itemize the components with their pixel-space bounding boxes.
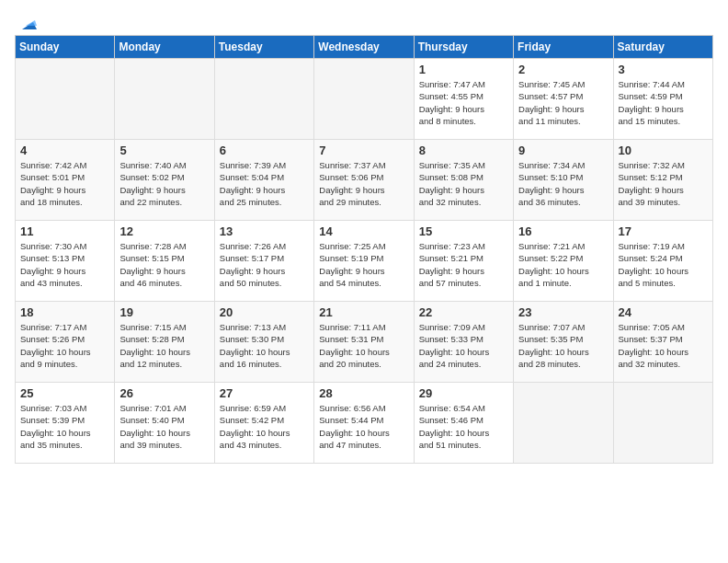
day-cell: 17Sunrise: 7:19 AM Sunset: 5:24 PM Dayli… <box>613 221 712 302</box>
day-cell <box>613 383 712 464</box>
day-info: Sunrise: 7:17 AM Sunset: 5:26 PM Dayligh… <box>20 321 109 370</box>
day-info: Sunrise: 7:44 AM Sunset: 4:59 PM Dayligh… <box>619 78 708 127</box>
header-cell-thursday: Thursday <box>414 36 513 59</box>
day-cell: 26Sunrise: 7:01 AM Sunset: 5:40 PM Dayli… <box>115 383 214 464</box>
day-number: 2 <box>518 63 608 76</box>
day-cell: 5Sunrise: 7:40 AM Sunset: 5:02 PM Daylig… <box>115 140 214 221</box>
header <box>15 15 713 28</box>
day-info: Sunrise: 7:07 AM Sunset: 5:35 PM Dayligh… <box>518 321 608 370</box>
day-info: Sunrise: 7:03 AM Sunset: 5:39 PM Dayligh… <box>20 402 109 451</box>
day-number: 29 <box>419 386 508 400</box>
day-info: Sunrise: 7:09 AM Sunset: 5:33 PM Dayligh… <box>419 321 508 370</box>
day-cell: 6Sunrise: 7:39 AM Sunset: 5:04 PM Daylig… <box>214 140 313 221</box>
day-number: 22 <box>419 305 508 319</box>
day-info: Sunrise: 7:45 AM Sunset: 4:57 PM Dayligh… <box>518 78 608 127</box>
day-info: Sunrise: 7:23 AM Sunset: 5:21 PM Dayligh… <box>419 240 508 289</box>
day-number: 1 <box>419 63 508 76</box>
day-info: Sunrise: 6:54 AM Sunset: 5:46 PM Dayligh… <box>419 402 508 451</box>
day-number: 13 <box>220 224 309 238</box>
day-cell: 27Sunrise: 6:59 AM Sunset: 5:42 PM Dayli… <box>214 383 313 464</box>
day-info: Sunrise: 7:13 AM Sunset: 5:30 PM Dayligh… <box>220 321 309 370</box>
day-cell: 7Sunrise: 7:37 AM Sunset: 5:06 PM Daylig… <box>314 140 414 221</box>
day-number: 26 <box>119 386 209 400</box>
day-info: Sunrise: 7:15 AM Sunset: 5:28 PM Dayligh… <box>119 321 209 370</box>
day-number: 23 <box>518 305 608 319</box>
day-cell <box>214 59 313 140</box>
week-row-0: 1Sunrise: 7:47 AM Sunset: 4:55 PM Daylig… <box>16 59 713 140</box>
day-cell: 21Sunrise: 7:11 AM Sunset: 5:31 PM Dayli… <box>314 302 414 383</box>
week-row-2: 11Sunrise: 7:30 AM Sunset: 5:13 PM Dayli… <box>16 221 713 302</box>
day-cell <box>314 59 414 140</box>
day-number: 28 <box>319 386 408 400</box>
day-number: 15 <box>419 224 508 238</box>
svg-marker-1 <box>26 20 37 26</box>
day-cell: 4Sunrise: 7:42 AM Sunset: 5:01 PM Daylig… <box>16 140 115 221</box>
day-info: Sunrise: 7:39 AM Sunset: 5:04 PM Dayligh… <box>220 159 309 208</box>
day-info: Sunrise: 7:34 AM Sunset: 5:10 PM Dayligh… <box>518 159 608 208</box>
day-number: 7 <box>319 144 408 157</box>
logo <box>15 15 37 28</box>
day-info: Sunrise: 7:37 AM Sunset: 5:06 PM Dayligh… <box>319 159 408 208</box>
day-info: Sunrise: 7:32 AM Sunset: 5:12 PM Dayligh… <box>619 159 708 208</box>
week-row-1: 4Sunrise: 7:42 AM Sunset: 5:01 PM Daylig… <box>16 140 713 221</box>
day-number: 11 <box>20 224 109 238</box>
day-cell: 16Sunrise: 7:21 AM Sunset: 5:22 PM Dayli… <box>514 221 613 302</box>
day-cell: 18Sunrise: 7:17 AM Sunset: 5:26 PM Dayli… <box>16 302 115 383</box>
day-cell: 12Sunrise: 7:28 AM Sunset: 5:15 PM Dayli… <box>115 221 214 302</box>
day-cell: 29Sunrise: 6:54 AM Sunset: 5:46 PM Dayli… <box>414 383 513 464</box>
day-info: Sunrise: 7:47 AM Sunset: 4:55 PM Dayligh… <box>419 78 508 127</box>
day-number: 25 <box>20 386 109 400</box>
day-cell: 28Sunrise: 6:56 AM Sunset: 5:44 PM Dayli… <box>314 383 414 464</box>
day-cell: 2Sunrise: 7:45 AM Sunset: 4:57 PM Daylig… <box>514 59 613 140</box>
day-cell: 3Sunrise: 7:44 AM Sunset: 4:59 PM Daylig… <box>613 59 712 140</box>
day-info: Sunrise: 7:25 AM Sunset: 5:19 PM Dayligh… <box>319 240 408 289</box>
header-cell-tuesday: Tuesday <box>214 36 313 59</box>
day-info: Sunrise: 7:26 AM Sunset: 5:17 PM Dayligh… <box>220 240 309 289</box>
day-number: 6 <box>220 144 309 157</box>
day-cell: 1Sunrise: 7:47 AM Sunset: 4:55 PM Daylig… <box>414 59 513 140</box>
header-cell-friday: Friday <box>514 36 613 59</box>
logo-icon <box>17 13 37 33</box>
day-number: 12 <box>119 224 209 238</box>
day-info: Sunrise: 7:11 AM Sunset: 5:31 PM Dayligh… <box>319 321 408 370</box>
week-row-4: 25Sunrise: 7:03 AM Sunset: 5:39 PM Dayli… <box>16 383 713 464</box>
day-number: 10 <box>619 144 708 157</box>
week-row-3: 18Sunrise: 7:17 AM Sunset: 5:26 PM Dayli… <box>16 302 713 383</box>
day-number: 17 <box>619 224 708 238</box>
day-info: Sunrise: 7:42 AM Sunset: 5:01 PM Dayligh… <box>20 159 109 208</box>
header-row: SundayMondayTuesdayWednesdayThursdayFrid… <box>16 36 713 59</box>
header-cell-monday: Monday <box>115 36 214 59</box>
day-info: Sunrise: 7:21 AM Sunset: 5:22 PM Dayligh… <box>518 240 608 289</box>
day-number: 18 <box>20 305 109 319</box>
day-cell: 25Sunrise: 7:03 AM Sunset: 5:39 PM Dayli… <box>16 383 115 464</box>
day-cell: 11Sunrise: 7:30 AM Sunset: 5:13 PM Dayli… <box>16 221 115 302</box>
day-cell <box>514 383 613 464</box>
day-number: 27 <box>220 386 309 400</box>
day-info: Sunrise: 6:59 AM Sunset: 5:42 PM Dayligh… <box>220 402 309 451</box>
header-cell-saturday: Saturday <box>613 36 712 59</box>
day-info: Sunrise: 6:56 AM Sunset: 5:44 PM Dayligh… <box>319 402 408 451</box>
day-number: 4 <box>20 144 109 157</box>
day-number: 5 <box>119 144 209 157</box>
day-cell: 13Sunrise: 7:26 AM Sunset: 5:17 PM Dayli… <box>214 221 313 302</box>
day-cell: 24Sunrise: 7:05 AM Sunset: 5:37 PM Dayli… <box>613 302 712 383</box>
day-cell: 10Sunrise: 7:32 AM Sunset: 5:12 PM Dayli… <box>613 140 712 221</box>
day-number: 20 <box>220 305 309 319</box>
header-cell-sunday: Sunday <box>16 36 115 59</box>
day-cell: 8Sunrise: 7:35 AM Sunset: 5:08 PM Daylig… <box>414 140 513 221</box>
day-number: 21 <box>319 305 408 319</box>
day-info: Sunrise: 7:30 AM Sunset: 5:13 PM Dayligh… <box>20 240 109 289</box>
day-cell: 22Sunrise: 7:09 AM Sunset: 5:33 PM Dayli… <box>414 302 513 383</box>
day-cell: 23Sunrise: 7:07 AM Sunset: 5:35 PM Dayli… <box>514 302 613 383</box>
day-number: 16 <box>518 224 608 238</box>
day-number: 8 <box>419 144 508 157</box>
day-info: Sunrise: 7:35 AM Sunset: 5:08 PM Dayligh… <box>419 159 508 208</box>
day-info: Sunrise: 7:19 AM Sunset: 5:24 PM Dayligh… <box>619 240 708 289</box>
day-number: 19 <box>119 305 209 319</box>
day-cell: 19Sunrise: 7:15 AM Sunset: 5:28 PM Dayli… <box>115 302 214 383</box>
day-cell: 15Sunrise: 7:23 AM Sunset: 5:21 PM Dayli… <box>414 221 513 302</box>
day-info: Sunrise: 7:28 AM Sunset: 5:15 PM Dayligh… <box>119 240 209 289</box>
day-number: 24 <box>619 305 708 319</box>
day-cell <box>115 59 214 140</box>
day-number: 14 <box>319 224 408 238</box>
